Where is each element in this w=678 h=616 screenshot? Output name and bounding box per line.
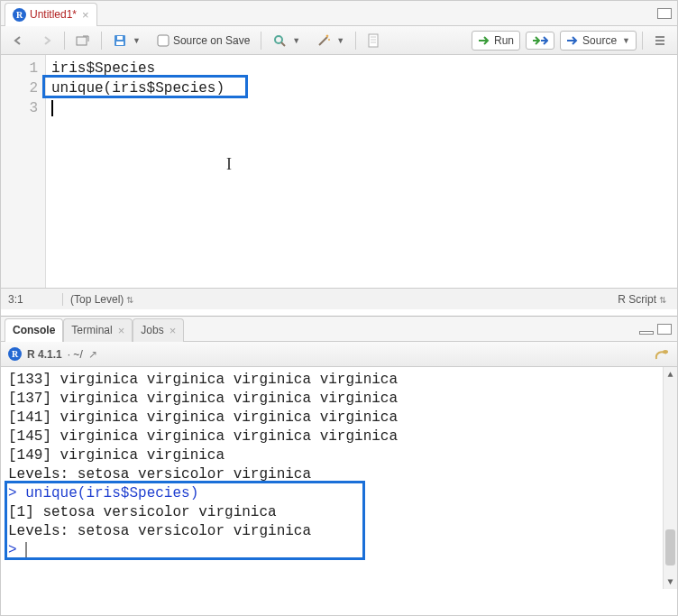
scroll-up-icon[interactable]: ▲ [664, 367, 677, 382]
svg-rect-8 [369, 34, 378, 47]
maximize-icon[interactable] [657, 8, 672, 19]
console-line: [145] virginica virginica virginica virg… [8, 428, 670, 446]
show-in-new-window-button[interactable] [70, 32, 96, 50]
svg-rect-0 [77, 37, 87, 45]
compile-report-button[interactable] [362, 31, 385, 51]
svg-rect-3 [116, 41, 124, 45]
cursor-position[interactable]: 3:1 [8, 293, 62, 306]
arrow-left-icon [12, 34, 24, 47]
run-label: Run [494, 34, 514, 47]
console-tab-bar: Console Terminal × Jobs × [1, 317, 677, 342]
source-tab-label: Untitled1* [30, 8, 77, 21]
source-pane-window-controls [657, 8, 677, 19]
source-pane: R Untitled1* × ▼ [1, 1, 677, 317]
separator [261, 32, 261, 50]
close-icon[interactable]: × [80, 8, 89, 22]
source-arrow-icon [566, 35, 579, 46]
chevron-down-icon: ▼ [620, 36, 630, 45]
separator [355, 32, 356, 50]
highlight-annotation [5, 481, 365, 560]
popout-icon[interactable]: ↗ [88, 348, 97, 361]
working-dir-label: · ~/ [68, 348, 83, 361]
console-line: [149] virginica virginica [8, 446, 670, 465]
run-button[interactable]: Run [472, 31, 520, 51]
source-on-save-checkbox[interactable]: Source on Save [151, 32, 255, 50]
jobs-tab-label: Jobs [141, 324, 163, 336]
code-editor[interactable]: 123 iris$Species unique(iris$Species) I [1, 55, 677, 288]
line-gutter: 123 [1, 55, 46, 288]
svg-rect-2 [117, 36, 123, 40]
ibeam-cursor-icon: I [226, 154, 232, 174]
search-icon [272, 33, 287, 48]
clear-console-icon[interactable] [654, 347, 670, 362]
chevron-down-icon: ▼ [290, 36, 300, 45]
source-label: Source [582, 34, 617, 47]
console-pane-window-controls [639, 324, 677, 335]
console-line: [141] virginica virginica virginica virg… [8, 409, 670, 428]
jobs-tab[interactable]: Jobs × [133, 318, 184, 342]
save-button[interactable]: ▼ [107, 31, 146, 51]
console-line: [133] virginica virginica virginica virg… [8, 371, 670, 390]
find-button[interactable]: ▼ [267, 31, 306, 51]
rerun-button[interactable] [526, 32, 554, 50]
console-tab-label: Console [13, 324, 55, 336]
scroll-thumb[interactable] [665, 529, 675, 565]
svg-line-6 [281, 42, 285, 46]
console-info-bar: R R 4.1.1 · ~/ ↗ [1, 342, 677, 367]
language-selector[interactable]: R Script⇅ [618, 293, 670, 306]
svg-point-15 [663, 350, 668, 354]
r-logo-icon: R [13, 8, 26, 22]
code-line [51, 98, 672, 118]
rerun-icon [532, 35, 548, 46]
r-version-label: R 4.1.1 [27, 348, 62, 361]
outline-button[interactable] [648, 32, 672, 50]
source-toolbar: ▼ Source on Save ▼ ▼ [1, 26, 677, 55]
outline-icon [654, 34, 666, 47]
minimize-icon[interactable] [639, 331, 654, 335]
r-logo-icon: R [8, 347, 22, 361]
separator [101, 32, 102, 50]
vertical-scrollbar[interactable]: ▲ ▼ [663, 367, 677, 589]
arrow-right-icon [41, 34, 53, 47]
console-line: [137] virginica virginica virginica virg… [8, 390, 670, 409]
source-tab[interactable]: R Untitled1* × [5, 3, 97, 26]
chevron-down-icon: ▼ [131, 36, 141, 45]
notebook-icon [367, 33, 380, 48]
checkbox-icon [157, 34, 170, 47]
close-icon[interactable]: × [116, 324, 125, 337]
popout-icon [76, 34, 90, 47]
console-tab[interactable]: Console [5, 318, 63, 342]
maximize-icon[interactable] [657, 324, 672, 335]
back-nav-button[interactable] [6, 32, 30, 50]
console-output[interactable]: [133] virginica virginica virginica virg… [1, 367, 677, 589]
text-cursor [51, 100, 53, 116]
console-pane: Console Terminal × Jobs × R R 4.1.1 · ~/… [1, 317, 677, 616]
source-on-save-label: Source on Save [173, 34, 250, 47]
code-area[interactable]: iris$Species unique(iris$Species) I [46, 55, 677, 288]
code-tools-button[interactable]: ▼ [311, 31, 350, 51]
scroll-down-icon[interactable]: ▼ [664, 575, 677, 589]
magic-wand-icon [316, 33, 331, 48]
svg-line-7 [319, 37, 327, 45]
forward-nav-button[interactable] [35, 32, 59, 50]
source-status-bar: 3:1 (Top Level)⇅ R Script⇅ [1, 288, 677, 309]
run-arrow-icon [478, 35, 490, 46]
separator [64, 32, 65, 50]
chevron-down-icon: ▼ [334, 36, 344, 45]
svg-point-5 [275, 36, 282, 43]
separator [642, 32, 643, 50]
highlight-annotation [42, 75, 248, 98]
svg-rect-4 [158, 35, 169, 46]
updown-icon: ⇅ [124, 295, 133, 305]
terminal-tab[interactable]: Terminal × [63, 318, 133, 342]
source-tab-bar: R Untitled1* × [1, 1, 677, 26]
source-button[interactable]: Source ▼ [560, 31, 637, 51]
save-icon [113, 33, 127, 48]
close-icon[interactable]: × [168, 324, 177, 337]
terminal-tab-label: Terminal [71, 324, 112, 336]
scope-selector[interactable]: (Top Level)⇅ [62, 293, 618, 306]
updown-icon: ⇅ [656, 295, 666, 305]
